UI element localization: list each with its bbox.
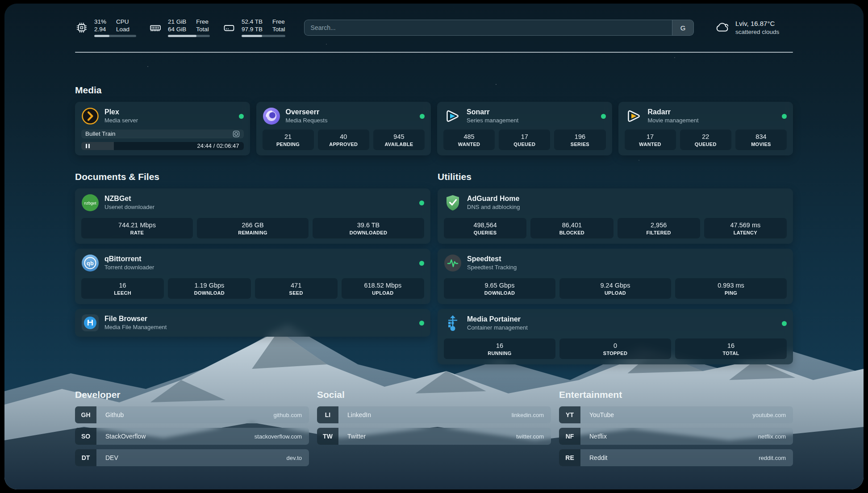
stat-value: 485 bbox=[463, 133, 474, 140]
bookmark-group-social: Social LI LinkedIn linkedin.com TW Twitt… bbox=[317, 389, 551, 466]
stat-box-queries: 498,564 QUERIES bbox=[444, 218, 526, 238]
app-card-radarr[interactable]: Radarr Movie management 17 WANTED 22 QUE… bbox=[618, 102, 793, 155]
stat-label: DOWNLOAD bbox=[484, 290, 515, 296]
bookmark-name: DEV bbox=[105, 454, 118, 461]
nzbget-subtitle: Usenet downloader bbox=[104, 204, 154, 211]
qbittorrent-icon: qb bbox=[81, 254, 99, 272]
bookmark-abbr: LI bbox=[317, 406, 338, 423]
bookmark-group-entertainment: Entertainment YT YouTube youtube.com NF … bbox=[559, 389, 793, 466]
stat-value: 16 bbox=[119, 282, 126, 289]
disk-icon bbox=[222, 21, 236, 34]
plex-player-time: 24:44 / 02:06:47 bbox=[197, 142, 239, 149]
search-bar: G bbox=[304, 20, 694, 36]
stat-value: 2,956 bbox=[651, 221, 667, 229]
overseerr-subtitle: Media Requests bbox=[286, 117, 328, 125]
overseerr-stats: 21 PENDING 40 APPROVED 945 AVAILABLE bbox=[263, 130, 425, 150]
stat-box-blocked: 86,401 BLOCKED bbox=[530, 218, 613, 238]
app-card-portainer[interactable]: Media Portainer Container management 16 … bbox=[438, 309, 793, 364]
portainer-header: Media Portainer Container management bbox=[444, 314, 787, 332]
nzbget-title: NZBGet bbox=[104, 194, 154, 204]
sonarr-icon bbox=[443, 107, 461, 125]
bookmark-stackoverflow[interactable]: SO StackOverflow stackoverflow.com bbox=[75, 428, 309, 445]
stat-label: WANTED bbox=[458, 142, 480, 147]
filebrowser-header: File Browser Media File Management bbox=[81, 314, 424, 332]
stat-box-pending: 21 PENDING bbox=[263, 130, 314, 150]
stat-label: RUNNING bbox=[488, 351, 511, 356]
stat-value: 744.21 Mbps bbox=[118, 221, 156, 229]
bookmark-linkedin[interactable]: LI LinkedIn linkedin.com bbox=[317, 406, 551, 423]
stat-label: UPLOAD bbox=[605, 290, 626, 296]
stat-label: RATE bbox=[130, 230, 144, 235]
app-card-overseerr[interactable]: Overseerr Media Requests 21 PENDING 40 A… bbox=[256, 102, 431, 155]
bookmark-twitter[interactable]: TW Twitter twitter.com bbox=[317, 428, 551, 445]
bookmark-url: youtube.com bbox=[753, 412, 786, 418]
stat-value: 266 GB bbox=[242, 221, 263, 229]
weather-widget: Lviv, 16.87°C scattered clouds bbox=[714, 19, 793, 36]
stat-label: SERIES bbox=[571, 142, 589, 147]
stat-box-downloaded: 39.6 TB DOWNLOADED bbox=[313, 218, 424, 238]
memory-progress-bar bbox=[168, 35, 210, 37]
app-card-plex[interactable]: Plex Media server Bullet Train bbox=[75, 102, 250, 155]
bookmark-url: twitter.com bbox=[516, 433, 544, 440]
bookmark-url: netflix.com bbox=[758, 433, 786, 440]
disk-free-label: Free bbox=[272, 18, 285, 26]
section-heading-utilities: Utilities bbox=[438, 171, 793, 182]
disk-free-value: 52.4 TB bbox=[242, 18, 263, 26]
stat-box-filtered: 2,956 FILTERED bbox=[618, 218, 700, 238]
bookmark-group-developer: Developer GH Github github.com SO StackO… bbox=[75, 389, 309, 466]
app-card-sonarr[interactable]: Sonarr Series management 485 WANTED 17 Q… bbox=[437, 102, 612, 155]
plex-titles: Plex Media server bbox=[104, 108, 138, 125]
qbittorrent-status-dot bbox=[419, 261, 424, 266]
app-card-qbittorrent[interactable]: qb qBittorrent Torrent downloader bbox=[75, 249, 430, 304]
app-card-adguard[interactable]: AdGuard Home DNS and adblocking 498,564 … bbox=[438, 188, 793, 244]
disk-progress-bar bbox=[242, 35, 285, 37]
cpu-values: 31% 2.94 bbox=[94, 18, 106, 33]
overseerr-titles: Overseerr Media Requests bbox=[286, 108, 328, 125]
search-input[interactable] bbox=[305, 20, 672, 35]
bookmark-abbr: YT bbox=[559, 406, 580, 423]
system-stats: 31% 2.94 CPU Load bbox=[75, 18, 285, 38]
bookmark-url: github.com bbox=[273, 412, 302, 418]
adguard-titles: AdGuard Home DNS and adblocking bbox=[467, 194, 520, 211]
app-card-filebrowser[interactable]: File Browser Media File Management bbox=[75, 309, 430, 337]
app-card-nzbget[interactable]: nzbget NZBGet Usenet downloader 74 bbox=[75, 188, 430, 244]
section-media: Media Plex Media server bbox=[75, 85, 793, 155]
bookmark-youtube[interactable]: YT YouTube youtube.com bbox=[559, 406, 793, 423]
filebrowser-titles: File Browser Media File Management bbox=[104, 314, 167, 331]
memory-total-value: 64 GiB bbox=[168, 26, 186, 33]
cpu-load-value: 2.94 bbox=[94, 26, 106, 33]
adguard-icon bbox=[444, 194, 462, 212]
plex-now-playing-title: Bullet Train bbox=[85, 130, 116, 137]
stat-value: 196 bbox=[575, 133, 585, 140]
overseerr-header: Overseerr Media Requests bbox=[263, 107, 425, 125]
speedtest-stats: 9.65 Gbps DOWNLOAD 9.24 Gbps UPLOAD 0.99… bbox=[444, 278, 787, 299]
cpu-load-label: Load bbox=[116, 26, 129, 33]
cpu-progress-fill bbox=[94, 35, 109, 37]
sonarr-subtitle: Series management bbox=[467, 117, 518, 125]
bookmark-github[interactable]: GH Github github.com bbox=[75, 406, 309, 423]
app-card-speedtest[interactable]: Speedtest Speedtest Tracking 9.65 Gbps D… bbox=[438, 249, 793, 304]
bookmark-reddit[interactable]: RE Reddit reddit.com bbox=[559, 449, 793, 466]
search-engine-button[interactable]: G bbox=[672, 20, 693, 35]
svg-text:nzbget: nzbget bbox=[84, 201, 96, 205]
stat-value: 9.24 Gbps bbox=[601, 282, 630, 289]
memory-progress-fill bbox=[168, 35, 196, 37]
qbittorrent-title: qBittorrent bbox=[104, 255, 154, 264]
bookmark-abbr: TW bbox=[317, 428, 338, 445]
bookmark-abbr: DT bbox=[75, 449, 96, 466]
cpu-usage-value: 31% bbox=[94, 18, 106, 26]
disk-labels: Free Total bbox=[272, 18, 285, 33]
portainer-stats: 16 RUNNING 0 STOPPED 16 TOTAL bbox=[444, 338, 787, 359]
speedtest-icon bbox=[444, 254, 462, 272]
stat-value: 22 bbox=[702, 133, 709, 140]
adguard-header: AdGuard Home DNS and adblocking bbox=[444, 194, 787, 212]
bookmark-netflix[interactable]: NF Netflix netflix.com bbox=[559, 428, 793, 445]
plex-player-bar: 24:44 / 02:06:47 bbox=[81, 142, 244, 150]
stat-value: 834 bbox=[755, 133, 766, 140]
bookmark-dev[interactable]: DT DEV dev.to bbox=[75, 449, 309, 466]
filebrowser-icon bbox=[81, 314, 99, 332]
speedtest-titles: Speedtest Speedtest Tracking bbox=[467, 255, 517, 272]
stat-label: REMAINING bbox=[238, 230, 267, 235]
bookmark-abbr: GH bbox=[75, 406, 96, 423]
pause-icon[interactable] bbox=[86, 144, 90, 148]
